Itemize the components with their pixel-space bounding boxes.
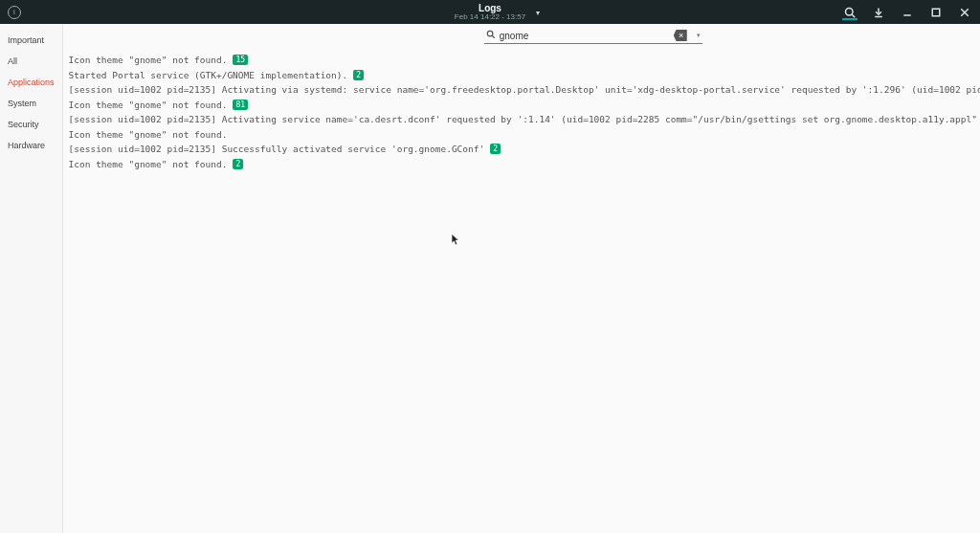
sidebar-item-applications[interactable]: Applications (0, 72, 62, 93)
svg-line-9 (492, 35, 495, 38)
log-text: [session uid=1002 pid=2135] Activating v… (69, 82, 980, 98)
log-text: Started Portal service (GTK+/GNOME imple… (69, 68, 348, 83)
sidebar-item-all[interactable]: All (0, 51, 62, 72)
download-button[interactable] (871, 5, 886, 20)
log-row[interactable]: [session uid=1002 pid=2135] Activating v… (69, 82, 980, 98)
count-badge: 2 (353, 70, 364, 80)
search-field[interactable]: ▾ (484, 29, 702, 44)
sidebar-item-security[interactable]: Security (0, 114, 62, 135)
search-icon (486, 30, 496, 41)
info-icon[interactable]: i (8, 6, 21, 19)
clear-icon[interactable] (674, 30, 687, 41)
title-center[interactable]: Logs Feb 14 14:22 - 13:57 (455, 3, 525, 22)
log-text: Icon theme "gnome" not found. (69, 157, 228, 172)
chevron-down-icon[interactable]: ▾ (536, 8, 540, 16)
close-button[interactable] (957, 5, 972, 20)
search-options-icon[interactable]: ▾ (691, 32, 701, 39)
search-input[interactable] (500, 31, 670, 41)
count-badge: 2 (233, 159, 243, 169)
log-text: [session uid=1002 pid=2135] Successfully… (69, 142, 485, 157)
svg-point-0 (846, 8, 854, 15)
count-badge: 15 (233, 55, 248, 65)
maximize-button[interactable] (928, 5, 944, 20)
log-text: Icon theme "gnome" not found. (69, 53, 228, 68)
searchbar: ▾ (63, 24, 980, 47)
log-list[interactable]: Icon theme "gnome" not found. 15 13:57 S… (63, 47, 980, 533)
count-badge: 2 (490, 144, 501, 154)
sidebar-item-system[interactable]: System (0, 93, 62, 114)
minimize-button[interactable] (900, 5, 915, 20)
count-badge: 81 (233, 100, 248, 110)
log-row[interactable]: Started Portal service (GTK+/GNOME imple… (69, 68, 980, 83)
titlebar: i Logs Feb 14 14:22 - 13:57 ▾ (0, 0, 980, 24)
search-button[interactable] (842, 5, 858, 20)
svg-point-8 (487, 31, 493, 36)
log-row[interactable]: Icon theme "gnome" not found. 81 (69, 98, 980, 113)
log-text: Icon theme "gnome" not found. (69, 127, 228, 143)
log-row[interactable]: Icon theme "gnome" not found. 2 (69, 157, 980, 172)
window-subtitle: Feb 14 14:22 - 13:57 (455, 13, 525, 22)
log-text: [session uid=1002 pid=2135] Activating s… (69, 112, 980, 127)
sidebar: Important All Applications System Securi… (0, 24, 63, 533)
log-row[interactable]: Icon theme "gnome" not found. (69, 127, 980, 143)
log-text: Icon theme "gnome" not found. (69, 98, 228, 113)
svg-rect-5 (932, 9, 940, 16)
mouse-cursor-icon (451, 233, 460, 252)
sidebar-item-hardware[interactable]: Hardware (0, 135, 62, 156)
sidebar-item-important[interactable]: Important (0, 30, 62, 51)
titlebar-right-controls (842, 5, 972, 20)
content: ▾ Icon theme "gnome" not found. 15 13:57… (63, 24, 980, 533)
log-row[interactable]: [session uid=1002 pid=2135] Activating s… (69, 112, 980, 127)
log-row[interactable]: Icon theme "gnome" not found. 15 13:57 (69, 53, 980, 68)
svg-line-1 (852, 14, 855, 17)
log-row[interactable]: [session uid=1002 pid=2135] Successfully… (69, 142, 980, 157)
